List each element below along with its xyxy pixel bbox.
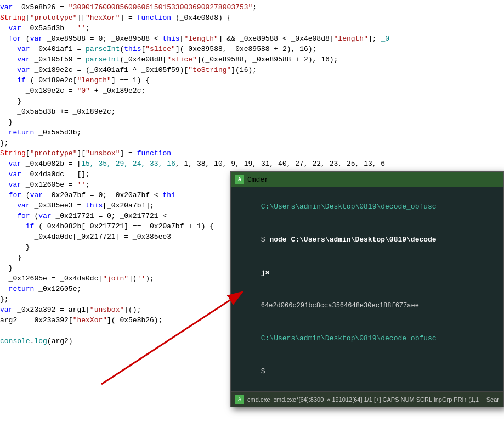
code-line-11: _0x5a5d3b += _0x189e2c;	[0, 106, 504, 117]
status-info: « 191012[64] 1/1 [+] CAPS NUM SCRL InpGr…	[327, 396, 479, 403]
code-line-2: String["prototype"]["hexXor"] = function…	[0, 13, 504, 23]
terminal-titlebar: A Cmder	[231, 172, 503, 187]
status-exe: cmd.exe	[247, 396, 270, 403]
code-line-10: }	[0, 96, 504, 106]
code-line-3: var _0x5a5d3b = '';	[0, 23, 504, 33]
code-line-16: var _0x4b082b = [15, 35, 29, 24, 33, 16,…	[0, 159, 504, 169]
terminal-icon: A	[235, 175, 244, 184]
term-line-6: $	[235, 355, 499, 388]
terminal-body[interactable]: C:\Users\admin\Desktop\0819\decode_obfus…	[231, 187, 503, 391]
status-icon: A	[235, 395, 244, 404]
code-line-13: return _0x5a5d3b;	[0, 127, 504, 138]
code-line-9: _0x189e2c = "0" + _0x189e2c;	[0, 86, 504, 96]
terminal-title: Cmder	[247, 176, 269, 184]
code-line-8: if (_0x189e2c["length"] == 1) {	[0, 75, 504, 86]
term-line-2: $ node C:\Users\admin\Desktop\0819\decod…	[235, 223, 499, 256]
status-pid: cmd.exe*[64]:8300	[274, 396, 324, 403]
term-line-1: C:\Users\admin\Desktop\0819\decode_obfus…	[235, 190, 499, 223]
term-line-4: 64e2d066c291bc8cca3564648e30ec188f677aee	[235, 289, 499, 322]
code-line-4: for (var _0xe89588 = 0; _0xe89588 < this…	[0, 33, 504, 44]
code-line-5: var _0x401af1 = parseInt(this["slice"](_…	[0, 44, 504, 54]
code-line-7: var _0x189e2c = (_0x401af1 ^ _0x105f59)[…	[0, 65, 504, 75]
code-line-14: };	[0, 138, 504, 148]
term-line-5: C:\Users\admin\Desktop\0819\decode_obfus…	[235, 322, 499, 355]
terminal-statusbar: A cmd.exe cmd.exe*[64]:8300 « 191012[64]…	[231, 391, 503, 407]
code-line-15: String["prototype"]["unsbox"] = function	[0, 148, 504, 159]
code-line-1: var _0x5e8b26 = "30001760008560060615015…	[0, 2, 504, 13]
status-search[interactable]: Sear	[486, 396, 499, 403]
terminal-window[interactable]: A Cmder C:\Users\admin\Desktop\0819\deco…	[230, 171, 504, 407]
term-line-3: js	[235, 256, 499, 289]
code-line-12: }	[0, 117, 504, 127]
code-line-6: var _0x105f59 = parseInt(_0x4e08d8["slic…	[0, 54, 504, 65]
